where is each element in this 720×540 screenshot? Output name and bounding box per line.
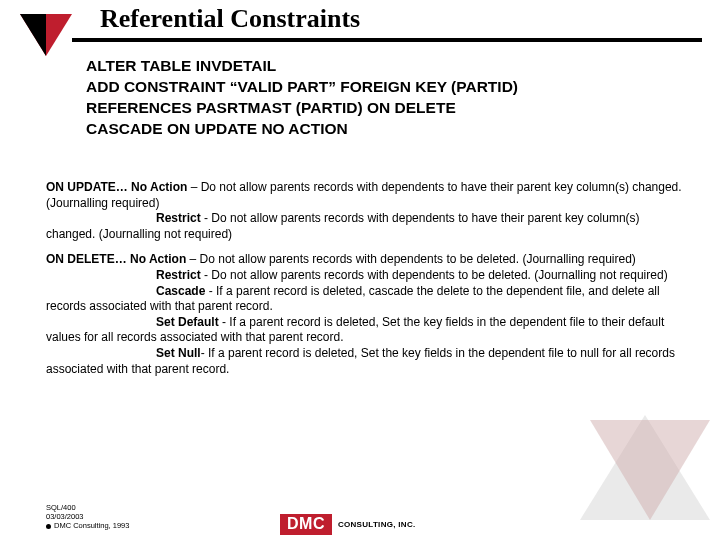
ondelete-setdefault-text: - If a parent record is deleted, Set the…: [46, 315, 664, 345]
dmc-tagline: CONSULTING, INC.: [338, 520, 416, 529]
ondelete-cascade-label: Cascade: [156, 284, 205, 298]
sql-line-2: ADD CONSTRAINT “VALID PART” FOREIGN KEY …: [86, 77, 676, 98]
ondelete-setnull-label: Set Null: [156, 346, 201, 360]
header-bullet-icon: [20, 14, 72, 56]
ondelete-cascade-text: - If a parent record is deleted, cascade…: [46, 284, 660, 314]
body-text: ON UPDATE… No Action – Do not allow pare…: [46, 180, 686, 387]
dmc-brand: DMC: [280, 514, 332, 535]
onupdate-heading: ON UPDATE… No Action: [46, 180, 187, 194]
sql-statement-block: ALTER TABLE INVDETAIL ADD CONSTRAINT “VA…: [86, 56, 676, 140]
onupdate-paragraph: ON UPDATE… No Action – Do not allow pare…: [46, 180, 686, 242]
sql-line-4: CASCADE ON UPDATE NO ACTION: [86, 119, 676, 140]
ondelete-heading: ON DELETE… No Action: [46, 252, 186, 266]
ondelete-restrict-text: - Do not allow parents records with depe…: [201, 268, 668, 282]
ondelete-setnull-text: - If a parent record is deleted, Set the…: [46, 346, 675, 376]
page-title: Referential Constraints: [100, 4, 360, 34]
sql-line-3: REFERENCES PASRTMAST (PARTID) ON DELETE: [86, 98, 676, 119]
ondelete-restrict-label: Restrict: [156, 268, 201, 282]
sql-line-1: ALTER TABLE INVDETAIL: [86, 56, 676, 77]
bullet-icon: [46, 524, 51, 529]
footer-meta: SQL/400 03/03/2003 DMC Consulting, 1993: [46, 503, 129, 530]
onupdate-restrict-text: - Do not allow parents records with depe…: [46, 211, 640, 241]
footer-line-1: SQL/400: [46, 503, 129, 512]
ondelete-paragraph: ON DELETE… No Action – Do not allow pare…: [46, 252, 686, 377]
ondelete-noaction-text: – Do not allow parents records with depe…: [186, 252, 636, 266]
ondelete-setdefault-label: Set Default: [156, 315, 219, 329]
decorative-triangle-icon: [590, 420, 710, 520]
dmc-logo: DMC CONSULTING, INC.: [280, 514, 415, 535]
footer-line-3: DMC Consulting, 1993: [54, 521, 129, 530]
footer-line-2: 03/03/2003: [46, 512, 129, 521]
title-underline: [72, 38, 702, 42]
onupdate-restrict-label: Restrict: [156, 211, 201, 225]
